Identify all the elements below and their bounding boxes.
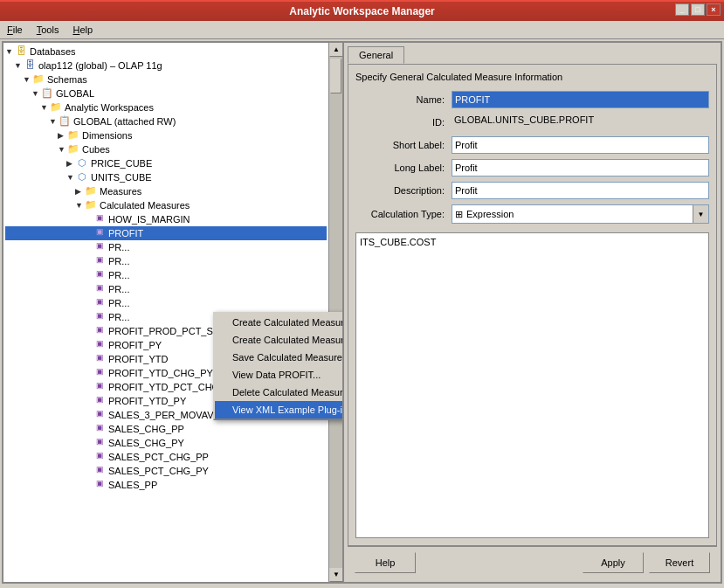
tree-item[interactable]: ▼ 📁 Calculated Measures xyxy=(5,198,327,212)
menu-file[interactable]: File xyxy=(3,23,26,37)
tree-item[interactable]: ▣ PR... xyxy=(5,296,327,310)
input-description[interactable] xyxy=(452,182,709,199)
expression-area[interactable]: ITS_CUBE.COST xyxy=(355,232,709,538)
right-panel: General Specify General Calculated Measu… xyxy=(344,43,721,582)
tree-item[interactable]: ▣ PR... xyxy=(5,268,327,282)
tree-label: Cubes xyxy=(82,144,110,155)
tree-item[interactable]: ▶ 📁 Dimensions xyxy=(5,128,327,142)
tree-label: SALES_PCT_CHG_PP xyxy=(108,452,209,462)
context-menu-item-create[interactable]: Create Calculated Measure... xyxy=(215,314,344,331)
menu-help[interactable]: Help xyxy=(69,23,96,37)
tree-item[interactable]: ▣ PR... xyxy=(5,282,327,296)
tree-label: GLOBAL (attached RW) xyxy=(73,116,176,127)
tree-item[interactable]: ▼ ⬡ UNITS_CUBE xyxy=(5,170,327,184)
label-short-label: Short Label: xyxy=(355,140,452,150)
tree-item[interactable]: ▼ 📋 GLOBAL xyxy=(5,86,327,100)
label-long-label: Long Label: xyxy=(355,163,452,173)
label-name: Name: xyxy=(355,94,452,105)
app-title: Analytic Workspace Manager xyxy=(289,5,435,17)
tree-label: SALES_PP xyxy=(108,480,157,490)
tree-label: Databases xyxy=(30,46,76,57)
tree-label: PROFIT_YTD_CHG_PY xyxy=(108,368,213,378)
select-calc-type[interactable]: ⊞ Expression ▼ xyxy=(452,204,709,224)
tree-item[interactable]: ▣ SALES_CHG_PY xyxy=(5,436,327,450)
tree-label: SALES_PCT_CHG_PY xyxy=(108,466,209,476)
form-row-long-label: Long Label: xyxy=(355,159,709,176)
form-row-id: ID: GLOBAL.UNITS_CUBE.PROFIT xyxy=(355,114,709,131)
input-short-label[interactable] xyxy=(452,136,709,154)
select-dropdown-arrow[interactable]: ▼ xyxy=(693,205,708,223)
tree-item[interactable]: ▼ 📋 GLOBAL (attached RW) xyxy=(5,114,327,128)
tree-label: PROFIT_PY xyxy=(108,340,162,350)
help-button[interactable]: Help xyxy=(355,552,416,573)
context-menu-item-delete[interactable]: Delete Calculated Measure PROFIT xyxy=(215,384,344,401)
tree-label: PROFIT_YTD xyxy=(108,354,168,364)
tree-label: SALES_CHG_PY xyxy=(108,438,184,448)
tree-label: SALES_3_PER_MOVAVG xyxy=(108,410,221,420)
tree-item[interactable]: ▣ SALES_PCT_CHG_PY xyxy=(5,464,327,478)
tree-item[interactable]: ▼ 🗄 Databases xyxy=(5,45,327,59)
tree-label: UNITS_CUBE xyxy=(91,172,152,183)
minimize-button[interactable]: _ xyxy=(675,3,689,16)
tree-label: SALES_CHG_PP xyxy=(108,424,184,434)
tree-label: PROFIT xyxy=(108,228,143,239)
tree-item[interactable]: ▶ 📁 Measures xyxy=(5,184,327,198)
tree-item-profit[interactable]: ▣ PROFIT xyxy=(5,226,327,240)
tree-item[interactable]: ▶ ⬡ PRICE_CUBE xyxy=(5,156,327,170)
input-long-label[interactable] xyxy=(452,159,709,176)
tree-item[interactable]: ▼ 📁 Analytic Workspaces xyxy=(5,100,327,114)
tree-item[interactable]: ▣ SALES_CHG_PP xyxy=(5,422,327,436)
tree-item[interactable]: ▣ PR... xyxy=(5,254,327,268)
scroll-down-button[interactable]: ▼ xyxy=(329,568,343,582)
tree-item[interactable]: ▼ 📁 Cubes xyxy=(5,142,327,156)
tree-label: Calculated Measures xyxy=(100,200,190,211)
context-menu-item-create-template[interactable]: Create Calculated Measure From Template.… xyxy=(215,331,344,349)
menu-bar: File Tools Help xyxy=(0,21,724,39)
expression-label: Expression xyxy=(466,209,514,219)
expression-icon: ⊞ xyxy=(455,209,463,220)
context-menu-item-view-data[interactable]: View Data PROFIT... xyxy=(215,366,344,384)
tree-label: PR... xyxy=(108,284,129,294)
tree-label: Analytic Workspaces xyxy=(65,102,154,113)
tree-label: Dimensions xyxy=(82,130,132,141)
label-description: Description: xyxy=(355,185,452,196)
tree-label: GLOBAL xyxy=(56,88,94,99)
tree-item[interactable]: ▣ SALES_PCT_CHG_PP xyxy=(5,450,327,464)
scroll-thumb[interactable] xyxy=(330,59,341,93)
close-button[interactable]: × xyxy=(707,3,721,16)
tab-content: Specify General Calculated Measure Infor… xyxy=(348,64,717,546)
tree-label: PR... xyxy=(108,270,129,280)
input-name[interactable] xyxy=(452,91,709,108)
scroll-up-button[interactable]: ▲ xyxy=(329,43,343,57)
title-bar: Analytic Workspace Manager _ □ × xyxy=(0,0,724,21)
form-description: Specify General Calculated Measure Infor… xyxy=(355,72,709,82)
context-menu: Create Calculated Measure... Create Calc… xyxy=(213,312,344,420)
value-id: GLOBAL.UNITS_CUBE.PROFIT xyxy=(452,114,709,131)
tree-item[interactable]: ▼ 📁 Schemas xyxy=(5,73,327,86)
tree-label: PR... xyxy=(108,298,129,308)
context-menu-item-view-xml[interactable]: View XML Example Plug-in xyxy=(215,401,344,419)
tree-label: PROFIT_YTD_PY xyxy=(108,396,186,406)
tree-item[interactable]: ▼ 🗄 olap112 (global) – OLAP 11g xyxy=(5,59,327,73)
tree-label: HOW_IS_MARGIN xyxy=(108,214,190,225)
left-panel: ▼ 🗄 Databases ▼ 🗄 olap112 (global) – OLA… xyxy=(3,43,344,582)
tree-item[interactable]: ▣ HOW_IS_MARGIN xyxy=(5,212,327,226)
tab-bar: General xyxy=(348,46,717,64)
tree-label: PR... xyxy=(108,256,129,266)
tree-label: Schemas xyxy=(47,74,87,85)
tree-item[interactable]: ▣ PR... xyxy=(5,240,327,254)
maximize-button[interactable]: □ xyxy=(691,3,705,16)
apply-button[interactable]: Apply xyxy=(583,552,644,573)
main-container: ▼ 🗄 Databases ▼ 🗄 olap112 (global) – OLA… xyxy=(2,41,722,584)
tree-label: PR... xyxy=(108,242,129,252)
menu-tools[interactable]: Tools xyxy=(33,23,63,37)
tab-general[interactable]: General xyxy=(348,46,404,64)
tree-item[interactable]: ▣ SALES_PP xyxy=(5,478,327,492)
label-calc-type: Calculation Type: xyxy=(355,209,452,219)
context-menu-item-save-template[interactable]: Save Calculated Measure PROFIT To Templa… xyxy=(215,349,344,366)
tree-label: olap112 (global) – OLAP 11g xyxy=(38,60,162,71)
revert-button[interactable]: Revert xyxy=(649,552,710,573)
tree-label: Measures xyxy=(100,186,141,197)
bottom-bar: Help Apply Revert xyxy=(348,546,717,578)
form-row-description: Description: xyxy=(355,182,709,199)
